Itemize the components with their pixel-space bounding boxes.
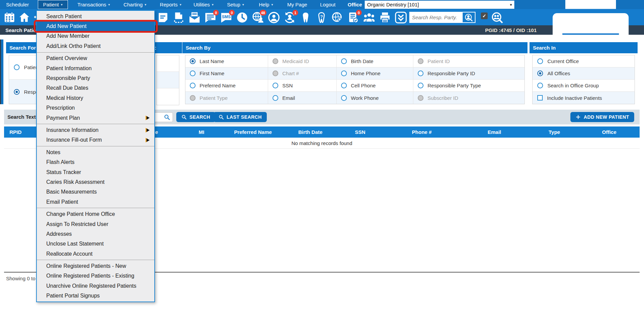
menubar-item-charting[interactable]: Charting▾ [124,2,147,7]
menu-item-insurance-information[interactable]: Insurance Information [37,125,154,135]
menubar-item-setup[interactable]: Setup▾ [227,2,244,7]
search-button[interactable]: SEARCH [176,112,215,122]
search-by-option-last-name[interactable]: Last Name [185,55,268,67]
responsible-party-type-radio[interactable] [418,83,423,88]
birth-date-radio[interactable] [341,58,347,64]
tooth-question-button[interactable]: ? [315,11,328,24]
first-name-radio[interactable] [190,70,196,76]
search-by-option-home-phone[interactable]: Home Phone [337,67,413,80]
current-office-radio[interactable] [537,58,543,64]
printer-button[interactable] [378,11,392,24]
chat-messages-button[interactable]: 0 [204,11,217,24]
medicaid-id-label: Medicaid ID [282,58,309,64]
ssn-radio[interactable] [273,83,278,88]
menu-item-reallocate-account[interactable]: Reallocate Account [37,249,154,259]
menubar-item-logout[interactable]: Logout [320,2,336,7]
menu-item-caries-risk-assessment[interactable]: Caries Risk Assessment [37,177,154,187]
include-inactive-patients-checkbox[interactable] [537,95,543,101]
menu-item-patient-overview[interactable]: Patient Overview [37,54,154,63]
search-in-option-search-in-office-group[interactable]: Search in Office Group [533,80,635,92]
menu-separator [37,146,154,146]
menubar-item-transactions[interactable]: Transactions▾ [77,2,110,7]
menu-item-unarchive-online-registered-patients[interactable]: Unarchive Online Registered Patients [37,281,154,291]
hidden-panel-header: : [154,42,182,53]
responsible-party-id-label: Responsible Party ID [428,70,475,76]
menu-item-status-tracker[interactable]: Status Tracker [37,167,154,177]
search-by-option-first-name[interactable]: First Name [185,67,268,80]
double-chevron-down-button[interactable] [394,11,408,24]
email-radio[interactable] [273,95,278,101]
work-phone-radio[interactable] [341,95,347,101]
menubar-item-help[interactable]: Help▾ [259,2,273,7]
menu-item-add-new-patient[interactable]: Add New Patient [37,21,154,31]
web-browser-button[interactable] [331,11,344,24]
search-by-option-ssn[interactable]: SSN [268,80,337,92]
responsible-party-id-radio[interactable] [418,70,423,76]
add-new-patient-button[interactable]: ADD NEW PATIENT [570,112,634,122]
double-chevron-down-icon [395,11,407,24]
menu-item-assign-to-restricted-user[interactable]: Assign To Restricted User [37,219,154,229]
menu-item-prescription[interactable]: Prescription [37,103,154,113]
responsible-party-radio[interactable] [14,89,20,95]
search-by-option-birth-date[interactable]: Birth Date [337,55,413,67]
menu-item-online-registered-patients-existing[interactable]: Online Registered Patients - Existing [37,271,154,281]
menu-item-notes[interactable]: Notes [37,147,154,157]
search-by-option-preferred-name[interactable]: Preferred Name [185,80,268,92]
birth-date-label: Birth Date [351,58,373,64]
menu-item-insurance-fill-out-form[interactable]: Insurance Fill-out Form [37,135,154,145]
menu-item-flash-alerts[interactable]: Flash Alerts [37,157,154,167]
menu-item-recall-due-dates[interactable]: Recall Due Dates [37,83,154,93]
menubar-item-my-page[interactable]: My Page [287,2,307,7]
all-offices-radio[interactable] [537,70,543,76]
calendar-button[interactable] [3,11,16,24]
home-button[interactable] [18,11,31,24]
last-name-radio[interactable] [190,58,196,64]
menu-item-add-new-member[interactable]: Add New Member [37,31,154,41]
menu-item-addresses[interactable]: Addresses [37,229,154,239]
menu-item-responsible-party[interactable]: Responsible Party [37,73,154,83]
menu-item-unclose-last-statement[interactable]: Unclose Last Statement [37,239,154,249]
form-tasks-button[interactable]: 0 [346,11,360,24]
menubar-item-scheduler[interactable]: Scheduler [6,2,29,7]
search-in-option-current-office[interactable]: Current Office [533,55,635,67]
web-user-button[interactable] [267,11,281,24]
search-in-option-all-offices[interactable]: All Offices [533,67,635,80]
menubar-item-utilities[interactable]: Utilities▾ [194,2,213,7]
menu-item-payment-plan[interactable]: Payment Plan [37,113,154,123]
online-patients-button[interactable]: 48 [251,11,265,24]
person-search-button[interactable] [463,12,475,22]
last-search-button[interactable]: LAST SEARCH [213,112,267,122]
sms-button[interactable]: SMS0 [220,11,233,24]
mail-letter-button[interactable] [188,11,201,24]
column-header-office: Office [579,126,640,138]
search-by-option-responsible-party-type[interactable]: Responsible Party Type [413,80,524,92]
menu-item-patient-portal-signups[interactable]: Patient Portal Signups [37,291,154,301]
resp-party-search-input[interactable] [410,12,463,22]
menu-item-online-registered-patients-new[interactable]: Online Registered Patients - New [37,261,154,271]
preferred-name-radio[interactable] [190,83,196,88]
search-by-option-email[interactable]: Email [268,92,337,104]
menu-item-patient-information[interactable]: Patient Information [37,63,154,73]
patient-sync-button[interactable]: 1 [283,11,297,24]
search-by-option-work-phone[interactable]: Work Phone [337,92,413,104]
scan-document-button[interactable] [172,11,185,24]
time-clock-button[interactable] [235,11,249,24]
search-in-option-include-inactive-patients[interactable]: Include Inactive Patients [533,92,635,104]
menu-item-email-patient[interactable]: Email Patient [37,197,154,207]
cell-phone-radio[interactable] [341,83,347,88]
home-phone-radio[interactable] [341,70,347,76]
menu-item-basic-measurements[interactable]: Basic Measurements [37,187,154,197]
patient-radio[interactable] [14,64,20,70]
search-by-option-responsible-party-id[interactable]: Responsible Party ID [413,67,524,80]
tooth-button[interactable] [299,11,312,24]
search-by-option-cell-phone[interactable]: Cell Phone [337,80,413,92]
menubar-item-patient[interactable]: Patient▾ [38,0,68,9]
progress-notes-button[interactable] [156,11,170,24]
menubar-item-reports[interactable]: Reports▾ [160,2,181,7]
patient-group-button[interactable] [362,11,376,24]
menu-item-add-link-ortho-patient[interactable]: Add/Link Ortho Patient [37,41,154,51]
search-in-office-group-radio[interactable] [537,83,543,88]
menu-item-change-patient-home-office[interactable]: Change Patient Home Office [37,209,154,219]
menu-item-medical-history[interactable]: Medical History [37,93,154,103]
menu-item-search-patient[interactable]: Search Patient [37,11,154,21]
